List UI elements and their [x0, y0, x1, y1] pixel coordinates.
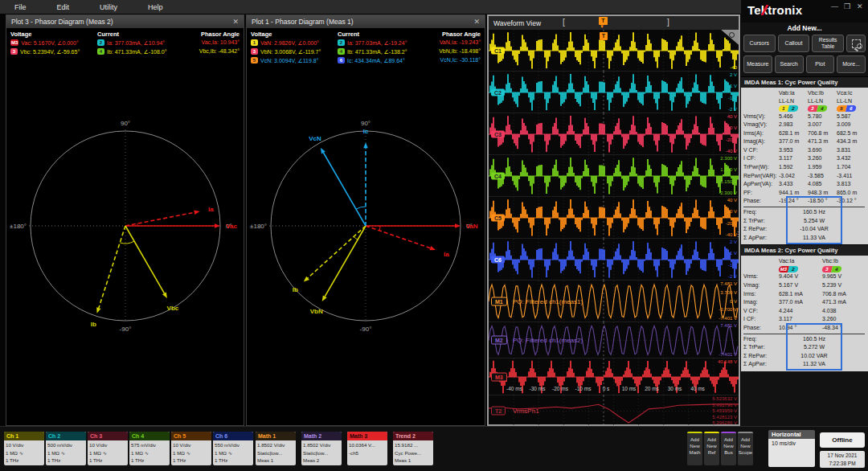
restore-icon[interactable]: ❒: [844, 2, 850, 10]
offline-button[interactable]: Offline: [820, 432, 865, 448]
waveform-row-M2[interactable]: M2PQ: Filtered ch1(meas2)7.481 V-7.401 V: [489, 322, 739, 358]
meas-summary-label: Freq:: [743, 208, 779, 217]
plot1-header[interactable]: Plot 1 - Phasor Diagram (Meas 1) ✕: [247, 15, 485, 28]
menu-item-file[interactable]: File: [14, 3, 27, 11]
phasor-label-VaN: VaN: [465, 223, 477, 230]
phasor-angle-readout: Vbc,Ib: -48.342°: [199, 48, 240, 54]
channel-badge-C6[interactable]: C6: [491, 256, 505, 263]
waveform-row-C1[interactable]: C1-20-40: [489, 30, 739, 72]
channel-badge-trend-2[interactable]: Trend 215.9182 ...Cyc Powe...Meas 1: [393, 432, 433, 465]
add-button-line: Add: [738, 436, 753, 443]
add-new-ref-button[interactable]: AddNewRef: [704, 432, 719, 465]
waveform-row-C3[interactable]: C340 V20 V-20 V-40 V: [489, 113, 739, 155]
sidebar-button-measure[interactable]: Measure: [743, 55, 772, 73]
channel-badge-ch-1[interactable]: Ch 110 V/div1 MΩ ∿1 THz: [4, 432, 44, 465]
close-icon[interactable]: ✕: [857, 2, 863, 10]
channel-badge-C3[interactable]: C3: [491, 130, 505, 137]
scale-label: 7.481 V: [720, 281, 737, 286]
channel-setting-line: 10 V/div: [89, 441, 126, 449]
channel-badge-math-2[interactable]: Math 21.8502 V/divStatic|low...Meas 2: [301, 432, 342, 465]
magnifier-icon: [729, 32, 735, 38]
channel-badge-C4[interactable]: C4: [491, 172, 505, 179]
sidebar-button-results-table[interactable]: Results Table: [812, 35, 844, 52]
channel-badge-M1[interactable]: M1: [491, 297, 507, 305]
meas-value: -3.411: [837, 172, 866, 181]
channel-setting-line: Meas 1: [395, 457, 432, 465]
minimize-icon[interactable]: —: [831, 2, 838, 10]
scale-label: -20 V: [726, 221, 737, 226]
menu-item-help[interactable]: Help: [148, 3, 163, 11]
channel-badge-ch-3[interactable]: Ch 310 V/div1 MΩ ∿1 THz: [88, 432, 128, 465]
menu-item-utility[interactable]: Utility: [100, 3, 117, 11]
waveform-grid[interactable]: T ⋮ C1-20-40C22 V1 V-1 V-2 VC340 V20 V-2…: [489, 30, 739, 427]
channel-badge-header: Math 3: [347, 432, 387, 440]
channel-badge-ch-4[interactable]: Ch 4575 mV/div1 MΩ ∿1 THz: [129, 432, 170, 465]
current-readout: 2Ia: 377.03mA, ∠10.94°: [97, 39, 165, 47]
zoom-bracket-left[interactable]: [: [563, 18, 565, 27]
channel-badge-C1[interactable]: C1: [491, 47, 505, 54]
waveform-row-T2[interactable]: T2VrmsPh15.523632 V5.491796 V5.459959 V5…: [489, 395, 739, 427]
meas-row-label: Irms(A):: [743, 129, 779, 138]
meas-summary-label: Σ TrPwr:: [743, 217, 779, 226]
phasor-angle-readout-value: VcN,Ic: -30.118°: [440, 57, 481, 63]
meas1-title-bar[interactable]: IMDA Meas 1: Cyc Power Quality: [741, 76, 868, 88]
scale-label: -1 V: [728, 263, 737, 268]
add-new-scope-button[interactable]: AddNewScope: [738, 432, 753, 465]
waveform-row-C5[interactable]: C540 V20 V-20 V-40 V: [489, 197, 739, 239]
meas2-title-bar[interactable]: IMDA Meas 2: Cyc Power Quality: [741, 244, 868, 256]
meas-value: 3.009: [837, 121, 866, 129]
channel-badge-M2[interactable]: M2: [491, 336, 507, 345]
sidebar-button-more-[interactable]: More...: [837, 55, 866, 73]
channel-badge-math-3[interactable]: Math 310.0364 V...-ch5: [347, 432, 387, 465]
sidebar-button-plot[interactable]: Plot: [806, 55, 835, 73]
time-axis-label: 10 ms: [622, 386, 637, 391]
sidebar-button-cursors[interactable]: Cursors: [743, 35, 776, 52]
scale-label: 1.150 V: [720, 167, 737, 172]
waveform-row-C2[interactable]: C22 V1 V-1 V-2 V: [489, 72, 739, 113]
add-new-bus-button[interactable]: AddNewBus: [721, 432, 736, 465]
meas-summary-label: Σ ApPwr:: [743, 234, 779, 243]
channel-badge-C2[interactable]: C2: [491, 88, 505, 96]
waveform-view-header[interactable]: Waveform View [ ] T ▼: [489, 16, 739, 30]
channel-badge-settings: 1.8502 V/divStatic|low...Meas 1: [256, 440, 296, 465]
plot3-header[interactable]: Plot 3 - Phasor Diagram (Meas 2) ✕: [6, 15, 244, 28]
sidebar-button-search[interactable]: Search: [775, 55, 804, 73]
add-button-line: New: [721, 443, 736, 449]
phasor-label-Ia: Ia: [208, 206, 214, 213]
plot3-close-icon[interactable]: ✕: [232, 18, 239, 26]
zoom-select-button[interactable]: [846, 35, 866, 52]
scale-label: 1 V: [730, 251, 737, 256]
source-badge-M3: M3: [10, 39, 18, 46]
trigger-arrow-icon: ▼: [600, 24, 604, 29]
channel-badge-settings: 10.0364 V...-ch5: [347, 440, 387, 457]
scale-label: 40.148 V: [718, 359, 737, 364]
add-button-line: Bus: [721, 449, 736, 456]
time-label: 7:22:38 PM: [820, 460, 865, 468]
plot1-close-icon[interactable]: ✕: [473, 18, 480, 26]
scale-labels-C3: 40 V20 V-20 V-40 V: [726, 114, 737, 154]
trigger-level-icon[interactable]: T: [600, 32, 608, 40]
phasor-angle-readout: VaN,Ia: -19.243°: [440, 39, 481, 45]
menu-item-edit[interactable]: Edit: [57, 3, 70, 11]
waveform-row-C4[interactable]: C42.300 V1.150 V-1.150 V-2.300 V: [489, 155, 739, 197]
channel-badge-ch-6[interactable]: Ch 6550 mV/div1 MΩ ∿1 THz: [213, 432, 253, 465]
channel-setting-line: 1 MΩ ∿: [131, 449, 168, 457]
channel-badge-C5[interactable]: C5: [491, 214, 505, 221]
waveform-row-M1[interactable]: M1PQ: Filtered ch1(meas1)7.481 V3.700 V0…: [489, 281, 739, 322]
channel-badge-ch-5[interactable]: Ch 510 V/div1 MΩ ∿1 THz: [171, 432, 211, 465]
panel-drag-handle[interactable]: ⋮: [735, 231, 739, 238]
channel-badge-T2[interactable]: T2: [491, 407, 506, 416]
scale-labels-M2: 7.481 V-7.401 V: [719, 323, 737, 357]
meas-col-badges: 34: [822, 266, 841, 272]
zoom-bracket-right[interactable]: ]: [667, 18, 669, 27]
channel-badge-math-1[interactable]: Math 11.8502 V/divStatic|low...Meas 1: [256, 432, 296, 465]
channel-badge-ch-2[interactable]: Ch 2500 mV/div1 MΩ ∿1 THz: [46, 432, 86, 465]
voltage-readout-value: Vac: 5.1670V, ∠0.000°: [21, 40, 78, 46]
meas-col-spacer: [743, 257, 779, 272]
waveform-row-C6[interactable]: C62 V1 V-1 V-2 V: [489, 239, 739, 281]
sidebar-button-callout[interactable]: Callout: [778, 35, 810, 52]
horizontal-settings[interactable]: Horizontal 10 ms/div: [768, 430, 815, 467]
channel-badge-header: Ch 5: [171, 432, 211, 440]
add-new-math-button[interactable]: AddNewMath: [687, 432, 702, 465]
channel-badge-M3[interactable]: M3: [491, 372, 507, 381]
